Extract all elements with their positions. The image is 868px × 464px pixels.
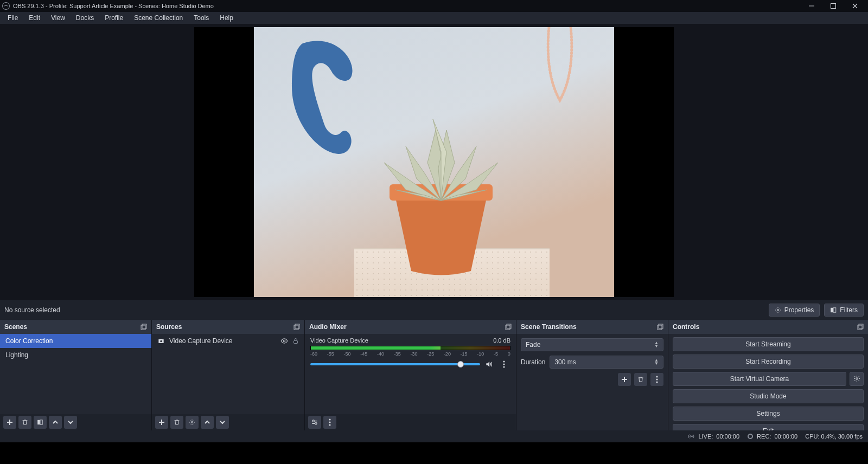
scene-item[interactable]: Color Correction [0,334,151,348]
svg-rect-17 [507,324,511,328]
preview-area[interactable] [0,24,868,300]
obs-logo-icon [2,2,10,10]
svg-point-3 [777,309,778,311]
svg-rect-5 [833,307,836,312]
properties-button[interactable]: Properties [769,304,820,317]
live-label: LIVE: [698,433,713,440]
cpu-status: CPU: 0.4%, 30.00 fps [805,433,863,440]
duration-label: Duration [521,358,545,366]
popout-icon[interactable] [141,324,147,330]
svg-point-23 [329,418,330,420]
tick: -45 [360,351,367,357]
updown-icon: ▲▼ [654,341,659,348]
virtual-camera-settings-button[interactable] [850,372,864,386]
scene-item[interactable]: Lighting [0,348,151,362]
menu-view[interactable]: View [46,13,71,23]
menu-file[interactable]: File [2,13,23,23]
tick: -40 [377,351,384,357]
close-button[interactable] [844,0,866,12]
record-icon [747,433,754,440]
popout-icon[interactable] [657,324,663,330]
popout-icon[interactable] [505,324,512,330]
audio-mixer-title: Audio Mixer [309,323,347,331]
titlebar: OBS 29.1.3 - Profile: Support Article Ex… [0,0,868,12]
channel-menu-button[interactable] [497,358,510,371]
remove-transition-button[interactable] [634,373,647,386]
svg-rect-6 [141,325,145,330]
dock-row: Scenes Color Correction Lighting Sources… [0,320,868,430]
audio-mixer-dock: Audio Mixer Video Capture Device 0.0 dB … [305,320,516,430]
visibility-toggle[interactable] [280,337,288,345]
volume-slider[interactable] [310,363,480,365]
studio-mode-button[interactable]: Studio Mode [673,389,864,403]
svg-point-12 [160,340,162,343]
sources-list[interactable]: Video Capture Device [152,334,304,414]
move-source-down-button[interactable] [216,416,229,429]
maximize-button[interactable] [822,0,844,12]
window-title: OBS 29.1.3 - Profile: Support Article Ex… [13,3,214,9]
tick: -50 [343,351,350,357]
svg-rect-7 [142,324,146,328]
tick: -15 [461,351,468,357]
add-scene-button[interactable] [3,416,16,429]
tick: -30 [410,351,417,357]
move-source-up-button[interactable] [201,416,214,429]
mixer-menu-button[interactable] [323,416,336,429]
tick: -60 [310,351,317,357]
add-transition-button[interactable] [618,373,631,386]
source-properties-button[interactable] [186,416,199,429]
svg-point-35 [748,434,752,439]
context-toolbar: No source selected Properties Filters [0,300,868,320]
move-scene-down-button[interactable] [64,416,77,429]
svg-rect-4 [831,307,834,312]
filters-button[interactable]: Filters [824,304,864,317]
move-scene-up-button[interactable] [49,416,62,429]
sources-dock: Sources Video Capture Device [152,320,305,430]
svg-rect-16 [506,325,510,330]
popout-icon[interactable] [857,324,864,330]
source-item[interactable]: Video Capture Device [152,334,304,348]
popout-icon[interactable] [293,324,300,330]
start-recording-button[interactable]: Start Recording [673,355,864,369]
svg-rect-14 [294,341,298,344]
scene-transitions-header[interactable]: Scene Transitions [516,320,668,334]
scenes-header[interactable]: Scenes [0,320,151,334]
rec-status: REC: 00:00:00 [747,433,797,440]
menu-edit[interactable]: Edit [23,13,46,23]
audio-mixer-toolbar [305,414,516,430]
svg-point-15 [192,422,193,423]
filters-label: Filters [840,306,858,314]
sources-header[interactable]: Sources [152,320,304,334]
start-streaming-button[interactable]: Start Streaming [673,337,864,351]
menu-help[interactable]: Help [214,13,239,23]
menu-docks[interactable]: Docks [71,13,99,23]
rec-time: 00:00:00 [774,433,797,440]
settings-button[interactable]: Settings [673,407,864,421]
menu-tools[interactable]: Tools [188,13,214,23]
camera-feed [254,27,614,297]
menu-scene-collection[interactable]: Scene Collection [129,13,188,23]
scene-filters-button[interactable] [34,416,47,429]
lock-toggle[interactable] [292,337,299,345]
advanced-audio-button[interactable] [308,416,321,429]
minimize-button[interactable] [801,0,822,12]
phone-handset-graphic [286,38,357,157]
exit-button[interactable]: Exit [673,424,864,430]
remove-scene-button[interactable] [18,416,31,429]
transition-select[interactable]: Fade ▲▼ [521,338,663,351]
duration-spinner[interactable]: 300 ms ▲▼ [550,356,663,369]
add-source-button[interactable] [155,416,168,429]
broadcast-icon [687,433,695,440]
camera-icon [157,337,165,345]
start-virtual-camera-button[interactable]: Start Virtual Camera [673,372,846,386]
scenes-list[interactable]: Color Correction Lighting [0,334,151,414]
svg-point-29 [656,378,658,380]
speaker-icon[interactable] [484,360,493,368]
controls-header[interactable]: Controls [668,320,868,334]
duration-value: 300 ms [554,358,576,366]
svg-rect-10 [294,325,298,330]
audio-mixer-header[interactable]: Audio Mixer [305,320,516,334]
transition-menu-button[interactable] [650,373,663,386]
remove-source-button[interactable] [170,416,183,429]
menu-profile[interactable]: Profile [99,13,129,23]
